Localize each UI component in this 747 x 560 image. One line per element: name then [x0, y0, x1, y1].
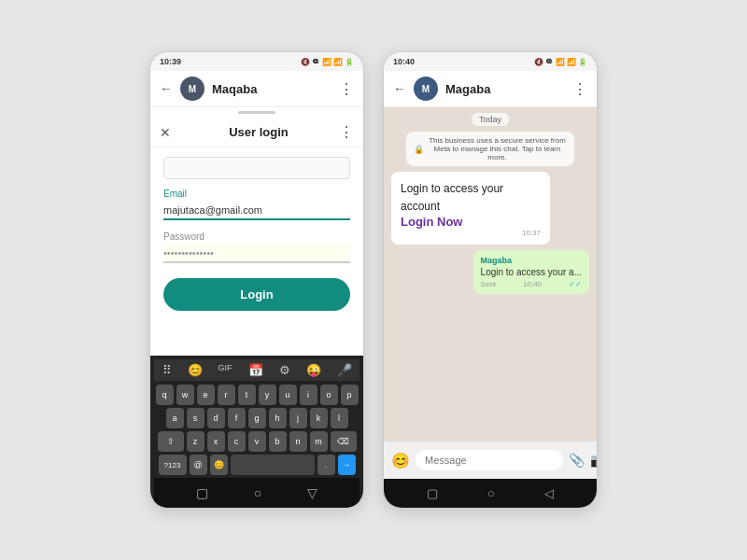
app-bar-1: ← M Maqaba ⋮ [150, 71, 363, 107]
phone-login: 10:39 🔇 ᪤ 📶 📶 🔋 ← M Maqaba ⋮ ✕ User logi… [149, 51, 364, 509]
modal-menu-dots[interactable]: ⋮ [339, 123, 354, 141]
message-time: 10:37 [401, 229, 541, 237]
kb-z[interactable]: z [187, 431, 204, 452]
sent-meta: Sent 10:40 ✓✓ [481, 280, 582, 288]
kb-k[interactable]: k [310, 408, 328, 428]
nav-back-2: ◁ [544, 486, 554, 500]
login-now-link[interactable]: Login Now [401, 215, 541, 229]
kb-h[interactable]: h [269, 408, 287, 428]
modal-header: ✕ User login ⋮ [150, 118, 363, 147]
message-input[interactable] [416, 450, 563, 470]
kb-toolbar: ⠿ 😊 GIF 📅 ⚙ 😜 🎤 [154, 359, 359, 381]
menu-dots-2[interactable]: ⋮ [572, 80, 587, 98]
contact-name-1: Maqaba [212, 82, 331, 96]
kb-nav-circle: ○ [254, 485, 261, 500]
status-bar-2: 10:40 🔇 ᪤ 📶 📶 🔋 [384, 52, 597, 71]
incoming-message: Login to access your account Login Now 1… [391, 172, 550, 245]
kb-icon-gif[interactable]: GIF [218, 363, 233, 377]
kb-y[interactable]: y [259, 385, 276, 405]
kb-c[interactable]: c [228, 431, 246, 452]
kb-s[interactable]: s [187, 408, 204, 428]
kb-f[interactable]: f [228, 408, 246, 428]
secure-notice[interactable]: 🔒 This business uses a secure service fr… [406, 132, 574, 166]
message-text: Login to access your account [401, 182, 503, 213]
kb-j[interactable]: j [289, 408, 307, 428]
nav-circle-2: ○ [487, 486, 495, 500]
kb-w[interactable]: w [176, 385, 194, 405]
status-time-1: 10:39 [160, 57, 181, 66]
back-arrow-2[interactable]: ← [393, 81, 406, 96]
status-signal-icons-1: 🔇 ᪤ 📶 📶 🔋 [301, 58, 354, 66]
kb-row-3: ⇧ z x c v b n m ⌫ [154, 431, 359, 452]
kb-d[interactable]: d [207, 408, 225, 428]
kb-q[interactable]: q [156, 385, 174, 405]
kb-backspace[interactable]: ⌫ [331, 431, 357, 452]
kb-v[interactable]: v [248, 431, 266, 452]
email-input[interactable] [163, 202, 350, 220]
modal-title: User login [178, 125, 339, 139]
status-time-2: 10:40 [393, 57, 415, 66]
date-badge: Today [472, 113, 509, 126]
camera-button[interactable]: 📷 [590, 453, 598, 468]
keyboard: ⠿ 😊 GIF 📅 ⚙ 😜 🎤 q w e r t y u i o p a s … [150, 356, 363, 508]
form-area: Email Password Login [150, 147, 363, 356]
kb-nav-triangle: ▽ [307, 485, 317, 500]
chat-input-bar: 😊 📎 📷 🎤 [384, 441, 597, 479]
drag-handle [238, 111, 275, 114]
kb-period[interactable]: . [317, 455, 335, 475]
kb-l[interactable]: l [331, 408, 348, 428]
kb-x[interactable]: x [207, 431, 225, 452]
kb-emoji[interactable]: 😊 [210, 455, 228, 475]
kb-u[interactable]: u [279, 385, 297, 405]
email-label: Email [163, 189, 350, 199]
nav-bar-2: ▢ ○ ◁ [384, 479, 597, 508]
kb-space[interactable] [231, 455, 315, 475]
sent-message-text: Login to access your a... [481, 267, 582, 277]
kb-icon-sticker[interactable]: 😜 [306, 363, 321, 377]
back-arrow-1[interactable]: ← [160, 81, 173, 96]
status-bar-1: 10:39 🔇 ᪤ 📶 📶 🔋 [150, 52, 363, 71]
kb-i[interactable]: i [300, 385, 317, 405]
kb-a[interactable]: a [166, 408, 184, 428]
sent-ticks: ✓✓ [569, 280, 582, 288]
kb-icon-emoji-2[interactable]: 😊 [188, 363, 203, 377]
url-bar [163, 157, 350, 179]
kb-o[interactable]: o [320, 385, 338, 405]
kb-icon-settings[interactable]: ⚙ [279, 363, 290, 377]
kb-t[interactable]: t [238, 385, 256, 405]
login-button[interactable]: Login [163, 278, 350, 311]
kb-p[interactable]: p [341, 385, 359, 405]
kb-nav-square: ▢ [196, 485, 208, 500]
emoji-button[interactable]: 😊 [391, 452, 410, 469]
kb-r[interactable]: r [218, 385, 235, 405]
password-input[interactable] [163, 245, 350, 263]
lock-icon: 🔒 [414, 145, 424, 154]
kb-row-2: a s d f g h j k l [154, 408, 359, 428]
modal-close-button[interactable]: ✕ [160, 125, 171, 140]
kb-icon-calendar[interactable]: 📅 [248, 363, 263, 377]
kb-n[interactable]: n [289, 431, 307, 452]
kb-enter[interactable]: → [338, 455, 356, 475]
kb-nav-bar: ▢ ○ ▽ [154, 478, 359, 508]
kb-m[interactable]: m [310, 431, 328, 452]
sent-label: Sent [481, 280, 496, 288]
kb-at[interactable]: @ [190, 455, 207, 475]
kb-b[interactable]: b [269, 431, 287, 452]
kb-123[interactable]: ?123 [159, 455, 187, 475]
status-signal-icons-2: 🔇 ᪤ 📶 📶 🔋 [534, 58, 587, 66]
nav-square-2: ▢ [427, 486, 438, 500]
kb-icon-grid[interactable]: ⠿ [162, 363, 172, 377]
kb-e[interactable]: e [197, 385, 215, 405]
menu-dots-1[interactable]: ⋮ [339, 80, 354, 98]
avatar-1: M [180, 77, 204, 101]
kb-shift[interactable]: ⇧ [158, 431, 184, 452]
attach-button[interactable]: 📎 [569, 453, 585, 468]
contact-name-2: Magaba [445, 82, 565, 96]
kb-icon-mic[interactable]: 🎤 [337, 363, 352, 377]
sent-message: Magaba Login to access your a... Sent 10… [473, 250, 589, 294]
sent-sender-name: Magaba [481, 256, 582, 265]
avatar-2: M [414, 77, 438, 101]
kb-g[interactable]: g [248, 408, 266, 428]
status-icons-2: 🔇 ᪤ 📶 📶 🔋 [534, 58, 587, 66]
app-bar-2: ← M Magaba ⋮ [384, 71, 597, 107]
